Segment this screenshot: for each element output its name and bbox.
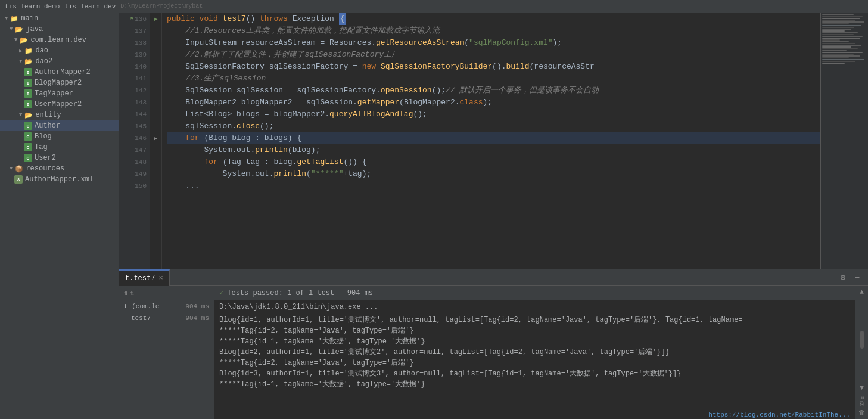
sidebar-item-authormapper2[interactable]: I AuthorMapper2 xyxy=(0,67,119,77)
sidebar-item-label: BlogMapper2 xyxy=(35,79,82,87)
run-item-time: 904 ms xyxy=(185,315,209,322)
code-line-139: //2.解析了了配置文件，并创建了sqlSessionFactory工厂 xyxy=(167,49,820,61)
code-line-141: //3.生产sqlSession xyxy=(167,73,820,85)
sort-icon-1[interactable]: ⇅ xyxy=(124,289,128,297)
tab-label: t.test7 xyxy=(125,274,155,283)
arrow-icon: ▶ xyxy=(19,48,22,54)
sidebar-item-dao2[interactable]: ▼ 📂 dao2 xyxy=(0,56,119,67)
folder-icon: 📂 xyxy=(15,26,23,33)
sidebar-item-author[interactable]: C Author xyxy=(0,120,119,131)
sidebar-item-user2[interactable]: C User2 xyxy=(0,153,119,163)
folder-icon: 📂 xyxy=(24,58,33,66)
run-item-time: 904 ms xyxy=(185,303,209,310)
bottom-tab-test7[interactable]: t.test7 × xyxy=(119,269,170,286)
class-icon: I xyxy=(24,89,32,98)
code-line-146: for (Blog blog : blogs) { xyxy=(167,132,820,144)
line-number-145: 145 xyxy=(119,120,150,132)
line-number-149: 149 xyxy=(119,168,150,180)
class-icon: C xyxy=(24,122,32,130)
java-exe-line: D:\Java\jdk1.8.0_211\bin\java.exe ... xyxy=(214,300,855,314)
right-tools: ▲ ▼ ≡ ⎘ 🗑 xyxy=(855,286,868,419)
sidebar-item-com[interactable]: ▼ 📂 com.learn.dev xyxy=(0,35,119,45)
sort-icon-2[interactable]: ⇅ xyxy=(130,289,135,297)
project-label-1[interactable]: tis-learn-demo xyxy=(5,3,60,10)
settings-icon[interactable]: ⚙ xyxy=(837,272,849,284)
line-number-146: 146 xyxy=(119,132,150,144)
scroll-down-icon[interactable]: ▼ xyxy=(860,384,864,392)
gutter-marker: ▶ xyxy=(154,135,157,142)
run-results: ⇅ ⇅ t (com.le 904 ms test7 904 ms xyxy=(119,286,868,419)
class-icon: I xyxy=(24,68,32,76)
sidebar-item-label: Author xyxy=(35,122,60,130)
sidebar-item-tagmapper[interactable]: I TagMapper xyxy=(0,88,119,99)
sidebar-item-label: AuthorMapper.xml xyxy=(25,175,94,184)
arrow-icon: ▼ xyxy=(10,26,13,32)
sidebar-item-label: dao2 xyxy=(35,57,52,66)
wrap-icon[interactable]: ≡ xyxy=(859,396,865,399)
run-sidebar-item-com[interactable]: t (com.le 904 ms xyxy=(119,300,214,312)
output-area[interactable]: Blog{id=1, authorId=1, title='测试博文', aut… xyxy=(214,314,855,411)
sidebar-item-blog[interactable]: C Blog xyxy=(0,131,119,142)
line-number-143: 143 xyxy=(119,97,150,108)
code-content[interactable]: public void test7() throws Exception { /… xyxy=(162,13,820,269)
sidebar-item-usermapper2[interactable]: I UserMapper2 xyxy=(0,99,119,110)
class-icon: C xyxy=(24,154,32,162)
bottom-tab-icons: ⚙ − xyxy=(837,272,868,284)
line-number-142: 142 xyxy=(119,85,150,97)
class-icon: C xyxy=(24,132,32,141)
sidebar-item-blogmapper2[interactable]: I BlogMapper2 xyxy=(0,77,119,88)
run-gutter-icon[interactable]: ▶ xyxy=(154,15,157,23)
code-line-149: System.out.println("*****"+tag); xyxy=(167,168,820,180)
code-line-136: public void test7() throws Exception { xyxy=(167,13,820,25)
csdn-link[interactable]: https://blog.csdn.net/RabbitInThe... xyxy=(708,411,850,418)
output-line-3: *****Tag{id=1, tagName='大数据', tagType='大… xyxy=(219,336,850,347)
bottom-panel: t.test7 × ⚙ − ⇅ ⇅ xyxy=(119,269,868,419)
code-line-143: BlogMapper2 blogMapper2 = sqlSession.get… xyxy=(167,97,820,108)
sidebar-item-authormapper-xml[interactable]: X AuthorMapper.xml xyxy=(0,174,119,185)
line-number-140: 140 xyxy=(119,61,150,73)
line-numbers: ⚑ 136 137 138 139 140 141 142 143 144 14… xyxy=(119,13,150,269)
sidebar-item-dao[interactable]: ▶ 📁 dao xyxy=(0,45,119,56)
run-sidebar-item-test7[interactable]: test7 904 ms xyxy=(119,312,214,324)
sidebar-item-resources[interactable]: ▼ 📦 resources xyxy=(0,163,119,174)
code-line-137: //1.Resources工具类，配置文件的加载，把配置文件加载成字节输入流 xyxy=(167,25,820,37)
arrow-icon: ▼ xyxy=(5,15,8,21)
scroll-up-icon[interactable]: ▲ xyxy=(860,288,864,296)
xml-icon: X xyxy=(14,175,23,184)
trash-icon[interactable]: 🗑 xyxy=(858,409,865,417)
output-line-2: *****Tag{id=2, tagName='Java', tagType='… xyxy=(219,325,850,336)
sidebar-item-java[interactable]: ▼ 📂 java xyxy=(0,24,119,35)
line-number-144: 144 xyxy=(119,108,150,120)
resources-icon: 📦 xyxy=(15,165,23,173)
bookmark-icon: ⚑ xyxy=(130,13,133,25)
sidebar-item-label: User2 xyxy=(35,154,56,162)
sidebar-item-main[interactable]: ▼ 📁 main xyxy=(0,13,119,24)
sidebar-item-tag[interactable]: C Tag xyxy=(0,142,119,153)
sidebar-item-label: java xyxy=(26,25,43,33)
class-icon: C xyxy=(24,143,32,151)
minimap-content xyxy=(821,13,868,66)
sidebar-item-entity[interactable]: ▼ 📂 entity xyxy=(0,110,119,120)
pass-status-bar: ✓ Tests passed: 1 of 1 test – 904 ms xyxy=(214,286,855,300)
app-container: tis-learn-demo tis-learn-dev D:\myLearnP… xyxy=(0,0,868,419)
code-line-144: List<Blog> blogs = blogMapper2.queryAllB… xyxy=(167,108,820,120)
bottom-tabs-bar: t.test7 × ⚙ − xyxy=(119,269,868,286)
minimize-icon[interactable]: − xyxy=(851,272,863,284)
folder-icon: 📁 xyxy=(10,15,18,23)
code-container: ⚑ 136 137 138 139 140 141 142 143 144 14… xyxy=(119,13,868,269)
scrollbar-thumb[interactable] xyxy=(860,331,864,349)
main-container: ▼ 📁 main ▼ 📂 java ▼ 📂 com.learn.dev ▶ 📁 … xyxy=(0,13,868,419)
editor-area: ⚑ 136 137 138 139 140 141 142 143 144 14… xyxy=(119,13,868,419)
line-number-141: 141 xyxy=(119,73,150,85)
line-number-148: 148 xyxy=(119,156,150,168)
run-item-label: t (com.le xyxy=(124,303,159,310)
code-line-145: sqlSession.close(); xyxy=(167,120,820,132)
run-item-label: test7 xyxy=(131,315,151,322)
top-bar: tis-learn-demo tis-learn-dev D:\myLearnP… xyxy=(0,0,868,13)
copy-icon[interactable]: ⎘ xyxy=(860,401,864,408)
project-label-2[interactable]: tis-learn-dev xyxy=(64,3,116,10)
tab-close-icon[interactable]: × xyxy=(158,274,163,283)
pass-status-text: Tests passed: 1 of 1 test – 904 ms xyxy=(227,289,373,297)
code-line-140: SqlSessionFactory sqlSessionFactory = ne… xyxy=(167,61,820,73)
sidebar-item-label: main xyxy=(21,14,38,23)
